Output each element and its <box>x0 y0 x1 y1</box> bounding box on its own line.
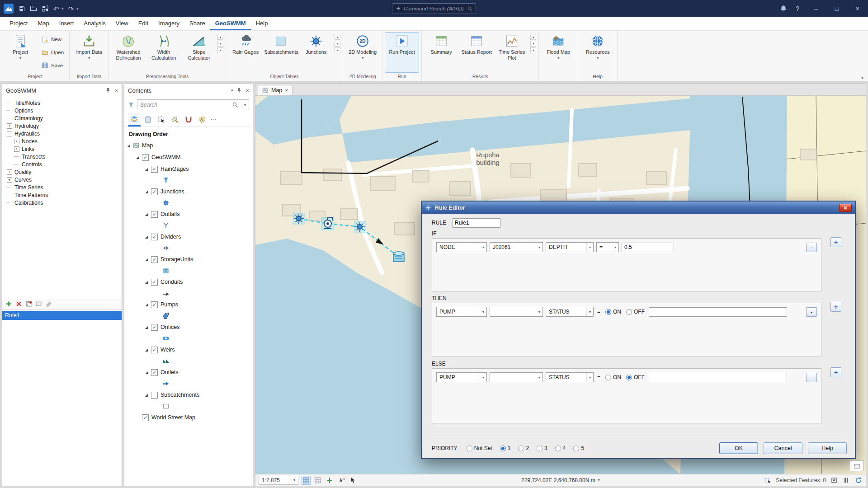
menu-tab-analysis[interactable]: Analysis <box>79 17 110 30</box>
close-icon[interactable]: × <box>245 87 249 94</box>
if-object-select[interactable]: NODE▾ <box>436 242 487 252</box>
layer-checkbox[interactable]: ✓ <box>151 347 158 353</box>
help-button[interactable]: Help <box>808 442 847 454</box>
close-button[interactable]: × <box>847 0 868 17</box>
help-icon[interactable]: ? <box>796 5 799 12</box>
pin-icon[interactable] <box>236 88 242 93</box>
undo-icon[interactable]: ↶ <box>53 5 59 12</box>
expand-icon[interactable]: + <box>7 123 12 129</box>
ribbon-button-2d-modeling[interactable]: 2D2D Modeling▾ <box>345 32 380 73</box>
search-input[interactable] <box>140 102 229 108</box>
table-grid-icon[interactable] <box>314 476 322 484</box>
storage-unit-symbol[interactable] <box>393 252 404 262</box>
layer-item-dividers[interactable]: ✓Dividers <box>124 231 253 243</box>
else-status-on-radio[interactable]: ON <box>605 374 621 380</box>
refresh-icon[interactable] <box>854 476 863 484</box>
collapse-ribbon-icon[interactable]: ▾ <box>861 75 863 80</box>
layer-item-map[interactable]: Map <box>124 140 253 151</box>
layer-symbol-junctions[interactable] <box>124 197 253 208</box>
list-by-data-source-tab[interactable] <box>142 113 154 127</box>
if-id-select[interactable]: J02061▾ <box>490 242 543 252</box>
search-icon[interactable] <box>232 102 238 108</box>
coordinates-display[interactable]: 229,724.02E 2,640,768.00N m▾ <box>521 477 599 483</box>
list-by-selection-tab[interactable] <box>155 113 168 127</box>
tree-item-options[interactable]: Options <box>2 107 122 114</box>
ribbon-button-save[interactable]: Save <box>38 61 67 70</box>
pause-drawing-icon[interactable] <box>842 476 850 484</box>
save-icon[interactable] <box>18 5 25 12</box>
priority-5-radio[interactable]: 5 <box>573 445 584 451</box>
ribbon-button-watershed-delineation[interactable]: Watershed Delineation <box>111 32 146 73</box>
more-options-icon[interactable]: ⋯ <box>210 116 217 123</box>
notification-popup-button[interactable] <box>850 460 863 471</box>
minimize-button[interactable]: – <box>806 0 826 17</box>
menu-tab-share[interactable]: Share <box>184 17 210 30</box>
tree-item-nodes[interactable]: +Nodes <box>2 137 122 145</box>
layer-symbol-outfalls[interactable] <box>124 220 253 231</box>
priority-2-radio[interactable]: 2 <box>518 445 529 451</box>
layer-item-junctions[interactable]: ✓Junctions <box>124 186 253 197</box>
tree-item-hydraulics[interactable]: −Hydraulics <box>2 130 122 137</box>
layer-checkbox[interactable]: ✓ <box>151 301 158 308</box>
customize-toolbar-icon[interactable]: ▾ <box>76 7 78 11</box>
layer-symbol-conduits[interactable] <box>124 288 253 299</box>
ribbon-button-junctions[interactable]: Junctions <box>299 32 333 73</box>
if-relation-select[interactable]: =▾ <box>596 242 619 252</box>
ribbon-button-subcatchments[interactable]: Subcatchments <box>264 32 298 73</box>
add-data-icon[interactable] <box>42 5 49 12</box>
scroll-up-button[interactable]: ▴ <box>530 34 536 40</box>
layer-checkbox[interactable]: ✓ <box>151 188 158 195</box>
layer-item-outfalls[interactable]: ✓Outfalls <box>124 208 253 220</box>
menu-tab-view[interactable]: View <box>111 17 133 30</box>
else-add-row-button[interactable]: + <box>830 367 841 377</box>
layer-item-raingages[interactable]: ✓RainGages <box>124 163 253 175</box>
layer-checkbox[interactable]: ✓ <box>142 154 149 161</box>
gallery-expand-button[interactable]: ▾ <box>217 47 223 53</box>
app-logo-icon[interactable] <box>4 4 14 14</box>
menu-tab-map[interactable]: Map <box>33 17 54 30</box>
then-status-on-radio[interactable]: ON <box>605 309 621 315</box>
priority-4-radio[interactable]: 4 <box>555 445 566 451</box>
ribbon-button-run-project[interactable]: Run Project <box>385 32 419 73</box>
if-attribute-select[interactable]: DEPTH▾ <box>546 242 594 252</box>
collapse-icon[interactable] <box>145 371 148 374</box>
list-by-labeling-tab[interactable]: A <box>196 113 208 127</box>
scroll-down-button[interactable]: ▾ <box>530 41 536 47</box>
layer-checkbox[interactable]: ✓ <box>151 256 158 263</box>
layer-item-pumps[interactable]: ✓Pumps <box>124 299 253 310</box>
layer-checkbox[interactable]: ✓ <box>151 211 158 218</box>
tree-item-transects[interactable]: Transects <box>2 153 122 160</box>
scroll-down-button[interactable]: ▾ <box>217 41 223 47</box>
ribbon-button-rain-gages[interactable]: Rain Gages <box>228 32 263 73</box>
tree-item-curves[interactable]: +Curves <box>2 176 122 183</box>
collapse-icon[interactable] <box>145 213 148 216</box>
ribbon-button-width-calculation[interactable]: Width Calculation <box>146 32 181 73</box>
then-object-select[interactable]: PUMP▾ <box>436 307 487 317</box>
expand-icon[interactable]: + <box>14 146 19 152</box>
north-arrow-icon[interactable]: N <box>337 476 345 484</box>
then-attribute-select[interactable]: STATUS▾ <box>546 307 594 317</box>
priority-3-radio[interactable]: 3 <box>537 445 547 451</box>
scroll-down-button[interactable]: ▾ <box>335 41 340 47</box>
then-id-select[interactable]: ▾ <box>490 307 543 317</box>
menu-tab-project[interactable]: Project <box>5 17 33 30</box>
add-rule-button[interactable] <box>5 300 12 307</box>
copy-rule-icon[interactable] <box>25 300 32 307</box>
expand-icon[interactable]: + <box>7 177 12 183</box>
layer-item-orifices[interactable]: ✓Orifices <box>124 321 253 333</box>
tree-item-controls[interactable]: Controls <box>2 160 122 168</box>
list-by-snapping-tab[interactable] <box>182 113 195 127</box>
else-attribute-select[interactable]: STATUS▾ <box>546 372 594 382</box>
then-remove-row-button[interactable]: - <box>806 307 817 317</box>
menu-tab-insert[interactable]: Insert <box>54 17 79 30</box>
layer-symbol-orifices[interactable] <box>124 333 253 344</box>
scroll-up-button[interactable]: ▴ <box>335 34 340 40</box>
tree-item-links[interactable]: +Links <box>2 145 122 153</box>
close-icon[interactable]: ✕ <box>839 204 852 212</box>
if-add-row-button[interactable]: + <box>830 237 841 247</box>
tree-item-time-series[interactable]: Time Series <box>2 183 122 191</box>
open-folder-icon[interactable] <box>30 5 37 12</box>
collapse-icon[interactable] <box>127 144 130 147</box>
else-value-input[interactable] <box>649 373 787 382</box>
ribbon-button-summary[interactable]: Summary <box>424 32 458 73</box>
